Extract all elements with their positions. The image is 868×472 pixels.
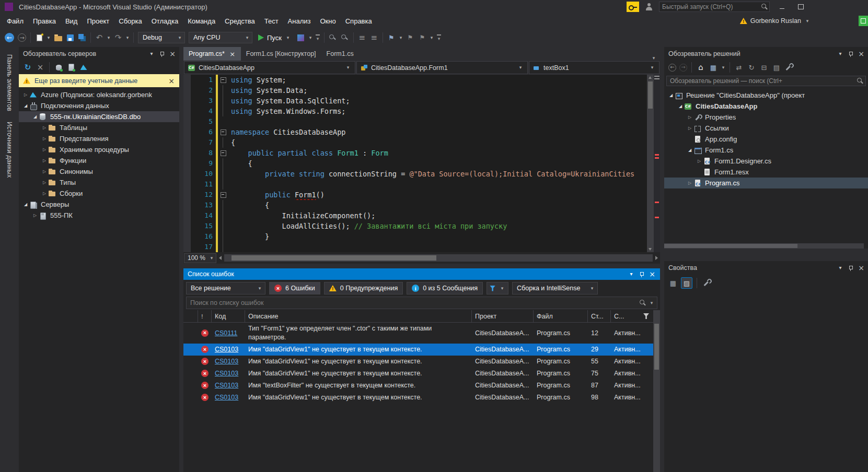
sync-icon[interactable]: [733, 62, 745, 73]
user-menu-caret-icon[interactable]: [804, 14, 811, 28]
tree-item[interactable]: Синонимы: [19, 166, 179, 177]
error-code-link[interactable]: CS0103: [212, 358, 245, 365]
panel-splitter[interactable]: [179, 47, 183, 472]
menu-item[interactable]: Правка: [28, 15, 61, 28]
process-snapshot-icon[interactable]: [295, 32, 307, 43]
back-gray-icon[interactable]: [668, 64, 676, 72]
refresh-icon[interactable]: [22, 62, 33, 73]
notifications-warning-icon[interactable]: [740, 18, 747, 24]
search-icon[interactable]: [639, 299, 646, 306]
severity-column-header[interactable]: [198, 310, 212, 322]
solution-platforms-dropdown[interactable]: Any CPU: [189, 32, 252, 43]
back-icon[interactable]: [5, 33, 14, 42]
expand-arrow-icon[interactable]: [41, 135, 48, 143]
error-row[interactable]: CS0103Имя "dataGridView1" не существует …: [183, 368, 653, 380]
tree-item[interactable]: Решение "CitiesDatabaseApp" (проект: [664, 90, 868, 101]
error-code-link[interactable]: CS0111: [212, 329, 245, 337]
tree-item[interactable]: Form1.cs: [664, 145, 868, 156]
maximize-button[interactable]: [794, 2, 807, 12]
show-azure-icon[interactable]: [78, 62, 89, 73]
collapse-arrow-icon[interactable]: [686, 147, 693, 154]
properties-wrench-icon[interactable]: [701, 277, 713, 289]
breakpoint-margin[interactable]: [183, 75, 191, 252]
find-next-icon[interactable]: [339, 32, 351, 43]
error-row[interactable]: CS0103Имя "textBoxFilter" не существует …: [183, 380, 653, 392]
dropdown-caret-icon[interactable]: [307, 36, 314, 40]
collapse-arrow-icon[interactable]: [22, 201, 29, 208]
expand-arrow-icon[interactable]: [41, 168, 48, 175]
scrollbar-thumb[interactable]: [648, 81, 653, 109]
tree-item[interactable]: 555-пк.UkrainianCitiesDB.dbo: [19, 111, 179, 122]
presence-indicator-icon[interactable]: [859, 16, 868, 26]
close-icon[interactable]: [229, 51, 236, 57]
find-icon[interactable]: [327, 32, 339, 43]
home-icon[interactable]: [695, 62, 707, 73]
source-filter-dropdown[interactable]: Сборка и IntelliSense: [512, 282, 598, 294]
collapse-all-icon[interactable]: [758, 62, 770, 73]
scroll-up-icon[interactable]: [649, 76, 652, 79]
dropdown-caret-icon[interactable]: [720, 61, 726, 74]
categorized-icon[interactable]: [667, 277, 679, 289]
scope-dropdown[interactable]: Все решение: [186, 282, 265, 294]
bookmark-next-icon[interactable]: [416, 32, 428, 43]
editor-vertical-scrollbar[interactable]: [647, 75, 654, 252]
menu-item[interactable]: Команда: [183, 15, 220, 28]
expand-arrow-icon[interactable]: [686, 125, 693, 132]
tree-item[interactable]: Сборки: [19, 188, 179, 199]
scroll-right-icon[interactable]: [655, 256, 658, 260]
description-column-header[interactable]: Описание: [245, 310, 472, 322]
code-editor[interactable]: 1using System;2using System.Data;3using …: [183, 75, 660, 252]
menu-item[interactable]: Вид: [61, 15, 83, 28]
tree-item[interactable]: Azure (Подписки: oleksandr.gorbenk: [19, 89, 179, 100]
window-position-icon[interactable]: [837, 50, 844, 57]
pin-icon[interactable]: [639, 271, 645, 278]
panel-splitter[interactable]: [664, 249, 868, 261]
solution-search-input[interactable]: [667, 77, 857, 85]
gutter-column-header[interactable]: [183, 310, 198, 322]
window-position-icon[interactable]: [148, 50, 155, 57]
data-sources-tab[interactable]: Источники данных: [6, 114, 13, 181]
error-code-link[interactable]: CS0103: [212, 394, 245, 401]
splitter-grip-icon[interactable]: [654, 76, 659, 79]
refresh-gray-icon[interactable]: [746, 62, 757, 73]
project-column-header[interactable]: Проект: [472, 310, 534, 322]
window-position-icon[interactable]: [628, 270, 635, 278]
expand-arrow-icon[interactable]: [41, 179, 48, 186]
bookmark-icon[interactable]: [386, 32, 397, 43]
document-list-caret-icon[interactable]: [651, 51, 657, 65]
tree-item[interactable]: CitiesDatabaseApp: [664, 101, 868, 112]
expand-arrow-icon[interactable]: [696, 158, 703, 165]
redo-icon[interactable]: [112, 32, 124, 43]
tree-item[interactable]: Program.cs: [664, 178, 868, 188]
scrollbar-thumb[interactable]: [654, 324, 659, 370]
search-icon[interactable]: [857, 77, 864, 85]
expand-arrow-icon[interactable]: [686, 180, 693, 187]
toolbox-tab[interactable]: Панель элементов: [6, 47, 13, 114]
expand-arrow-icon[interactable]: [22, 91, 29, 99]
tree-item[interactable]: 555-ПК: [19, 210, 179, 221]
properties-wrench-icon[interactable]: [783, 62, 795, 73]
error-code-link[interactable]: CS0103: [212, 370, 245, 377]
messages-filter-button[interactable]: 0 из 5 Сообщения: [407, 282, 483, 294]
feedback-key-icon[interactable]: [627, 2, 639, 12]
error-row[interactable]: CS0103Имя "dataGridView1" не существует …: [183, 392, 653, 404]
collapse-arrow-icon[interactable]: [667, 92, 675, 99]
menu-item[interactable]: Сборка: [114, 15, 147, 28]
document-tab[interactable]: Form1.cs [Конструктор]: [241, 47, 321, 61]
line-column-header[interactable]: Ст...: [588, 310, 611, 322]
menu-item[interactable]: Окно: [316, 15, 341, 28]
menu-item[interactable]: Проект: [82, 15, 114, 28]
state-column-header[interactable]: С...: [611, 310, 653, 322]
panel-splitter[interactable]: [660, 47, 664, 472]
editor-horizontal-scrollbar[interactable]: [224, 254, 653, 262]
new-item-icon[interactable]: [33, 32, 45, 43]
search-icon[interactable]: [761, 3, 768, 10]
collapse-arrow-icon[interactable]: [677, 103, 684, 110]
tree-item[interactable]: Ссылки: [664, 123, 868, 134]
tree-item[interactable]: Представления: [19, 133, 179, 144]
save-all-icon[interactable]: [76, 32, 88, 43]
error-code-link[interactable]: CS0103: [212, 346, 245, 353]
quick-launch-input[interactable]: [659, 3, 761, 10]
overflow-icon[interactable]: [435, 32, 443, 43]
expand-arrow-icon[interactable]: [41, 124, 48, 132]
